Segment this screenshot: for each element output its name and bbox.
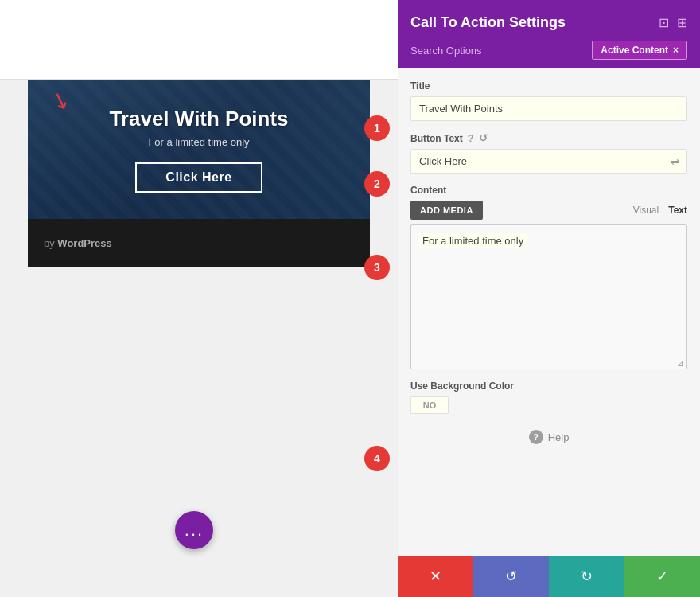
fab-dots: ... bbox=[185, 520, 204, 540]
save-button[interactable]: ✓ bbox=[624, 556, 700, 597]
help-row[interactable]: ? Help bbox=[410, 430, 687, 444]
content-highlighted-text: For a limited time only bbox=[419, 233, 527, 248]
bg-color-label-text: Use Background Color bbox=[410, 380, 514, 392]
panel-body: Title Button Text ? ↺ ⇌ Content ADD MEDI… bbox=[398, 68, 700, 556]
footer-bar: by WordPress bbox=[28, 219, 370, 267]
panel-icons: ⊡ ⊞ bbox=[659, 15, 687, 30]
active-content-label: Active Content bbox=[601, 45, 668, 56]
panel-title: Call To Action Settings bbox=[410, 14, 566, 31]
button-text-input-wrapper: ⇌ bbox=[410, 149, 687, 174]
banner-area: ↘ Travel With Points For a limited time … bbox=[28, 80, 370, 219]
left-panel: ↘ Travel With Points For a limited time … bbox=[0, 0, 398, 597]
button-text-input[interactable] bbox=[411, 150, 664, 173]
content-label: Content bbox=[410, 185, 687, 196]
right-panel: Call To Action Settings ⊡ ⊞ Active Conte… bbox=[398, 0, 700, 597]
top-white-area bbox=[0, 0, 398, 80]
step-badge-4: 4 bbox=[364, 446, 390, 471]
bg-color-label: Use Background Color bbox=[410, 380, 687, 392]
red-arrow-icon: ↘ bbox=[48, 85, 74, 116]
step-badge-1: 1 bbox=[364, 115, 390, 141]
redo-button[interactable]: ↻ bbox=[549, 556, 624, 597]
tab-visual[interactable]: Visual bbox=[633, 203, 659, 217]
button-text-label-row: Button Text ? ↺ bbox=[410, 132, 687, 144]
content-editor-wrapper: For a limited time only ⊿ bbox=[410, 224, 687, 369]
step-badge-3: 3 bbox=[364, 255, 390, 280]
title-input[interactable] bbox=[410, 96, 687, 121]
content-label-text: Content bbox=[410, 185, 446, 196]
responsive-icon[interactable]: ⊡ bbox=[659, 15, 669, 30]
add-media-button[interactable]: ADD MEDIA bbox=[410, 201, 483, 220]
wordpress-brand: WordPress bbox=[57, 237, 111, 249]
fab-button[interactable]: ... bbox=[175, 511, 213, 549]
step-badge-2: 2 bbox=[364, 171, 390, 197]
banner-click-button[interactable]: Click Here bbox=[135, 162, 262, 193]
active-content-close-icon[interactable]: × bbox=[673, 45, 679, 56]
help-circle-icon: ? bbox=[529, 430, 543, 444]
button-text-options-icon[interactable]: ⇌ bbox=[664, 155, 686, 168]
button-text-help-icon[interactable]: ? bbox=[468, 132, 474, 144]
cancel-button[interactable]: ✕ bbox=[398, 556, 473, 597]
active-content-badge[interactable]: Active Content × bbox=[592, 41, 687, 60]
editor-tabs: Visual Text bbox=[633, 203, 687, 217]
bg-color-toggle[interactable]: NO bbox=[410, 396, 449, 414]
action-bar: ✕ ↺ ↻ ✓ bbox=[398, 556, 700, 597]
title-label: Title bbox=[410, 80, 687, 92]
button-text-reset-icon[interactable]: ↺ bbox=[479, 132, 488, 144]
content-area[interactable]: For a limited time only bbox=[411, 225, 686, 369]
banner-subtitle: For a limited time only bbox=[148, 136, 249, 148]
banner-title: Travel With Points bbox=[109, 107, 288, 131]
help-text: Help bbox=[548, 431, 570, 443]
tab-text[interactable]: Text bbox=[668, 203, 687, 217]
resize-handle[interactable]: ⊿ bbox=[677, 359, 686, 369]
search-input[interactable] bbox=[410, 41, 585, 60]
bg-color-toggle-row: NO bbox=[410, 396, 687, 414]
footer-text: by WordPress bbox=[44, 237, 112, 249]
button-text-label-text: Button Text bbox=[410, 133, 463, 144]
title-label-text: Title bbox=[410, 80, 430, 92]
content-toolbar: ADD MEDIA Visual Text bbox=[410, 201, 687, 220]
undo-button[interactable]: ↺ bbox=[473, 556, 549, 597]
grid-icon[interactable]: ⊞ bbox=[677, 15, 687, 30]
panel-header: Call To Action Settings ⊡ ⊞ Active Conte… bbox=[398, 0, 700, 68]
